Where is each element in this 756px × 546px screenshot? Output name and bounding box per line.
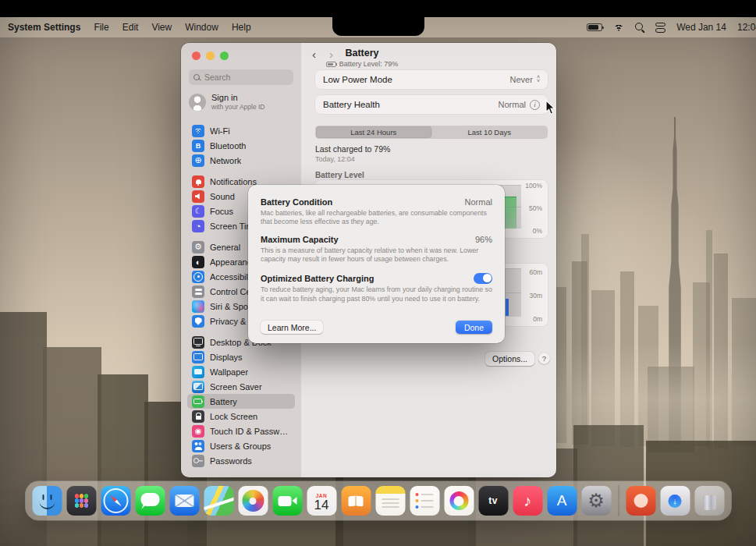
app-store-icon: [547, 486, 577, 516]
dock-item-maps[interactable]: [204, 486, 233, 516]
menu-clock-date[interactable]: Wed Jan 14: [676, 22, 726, 33]
menu-window[interactable]: Window: [185, 22, 218, 33]
screen-saver-icon: [192, 381, 204, 393]
search-input[interactable]: [204, 73, 289, 82]
battery-level-section-header: Battery Level: [315, 171, 364, 179]
low-power-mode-row: Low Power Mode Never ˄˅: [315, 70, 548, 89]
avatar: [189, 94, 206, 111]
menu-app-name[interactable]: System Settings: [8, 22, 80, 33]
dock-item-notes[interactable]: [375, 486, 405, 516]
sidebar-item-label: Wallpaper: [210, 367, 248, 377]
sidebar-item-lock-screen[interactable]: Lock Screen: [187, 409, 295, 424]
battery-condition-section: Battery Condition Normal Mac batteries, …: [261, 197, 492, 226]
dock-item-safari[interactable]: [101, 486, 130, 516]
screen-time-icon: [192, 220, 204, 232]
sidebar-item-network[interactable]: Network: [187, 153, 295, 168]
finder-icon: [32, 486, 62, 516]
sidebar-search-field[interactable]: [189, 69, 293, 85]
last-charged-subtitle: Today, 12:04: [315, 155, 390, 163]
popup-chevrons-icon: ˄˅: [537, 76, 540, 83]
dock-item-trash[interactable]: [694, 486, 724, 516]
bluetooth-icon: [192, 140, 204, 152]
orange-app-icon: [626, 486, 655, 516]
help-button[interactable]: ?: [538, 353, 550, 364]
axis-label: 0%: [533, 227, 542, 235]
accessibility-icon: [192, 271, 204, 283]
sidebar-item-wi-fi[interactable]: Wi-Fi: [187, 123, 295, 138]
system-settings-icon: [581, 486, 611, 516]
maps-icon: [204, 486, 233, 516]
menu-file[interactable]: File: [94, 22, 108, 33]
safari-icon: [101, 486, 130, 516]
wifi-icon: [192, 125, 204, 137]
network-icon: [192, 154, 204, 167]
close-button[interactable]: [192, 51, 201, 60]
sidebar-item-battery[interactable]: Battery: [187, 394, 295, 409]
control-center-icon[interactable]: [655, 23, 665, 33]
dock-item-tv[interactable]: tv: [478, 486, 508, 516]
spotlight-search-icon[interactable]: [635, 23, 644, 32]
apple-id-sign-in[interactable]: Sign in with your Apple ID: [181, 85, 301, 111]
menu-help[interactable]: Help: [232, 22, 251, 33]
optimized-charging-description: To reduce battery aging, your Mac learns…: [261, 285, 492, 303]
segment-last-10-days[interactable]: Last 10 Days: [431, 126, 548, 138]
minimize-button[interactable]: [206, 51, 215, 60]
launchpad-icon: [66, 486, 96, 516]
sidebar-item-users-groups[interactable]: Users & Groups: [187, 438, 295, 453]
sidebar-item-displays[interactable]: Displays: [187, 349, 295, 364]
dock-item-finder[interactable]: [32, 486, 62, 516]
sidebar-item-label: Screen Saver: [210, 382, 262, 392]
books-icon: [341, 486, 371, 516]
dock-item-launchpad[interactable]: [66, 486, 96, 516]
dock-item-books[interactable]: [341, 486, 371, 516]
axis-label: 0m: [533, 315, 542, 323]
notifications-icon: [192, 176, 204, 188]
dock-item-calendar[interactable]: JAN14: [307, 486, 336, 516]
battery-condition-label: Battery Condition: [261, 197, 332, 207]
menu-view[interactable]: View: [151, 22, 172, 33]
dock: JAN14tv: [25, 481, 731, 520]
battery-condition-description: Mac batteries, like all rechargeable bat…: [261, 209, 492, 227]
dock-item-photos[interactable]: [238, 486, 268, 516]
battery-health-label: Battery Health: [323, 100, 380, 109]
options-button[interactable]: Options...: [485, 352, 534, 366]
battery-health-info-button[interactable]: [530, 100, 540, 110]
wifi-status-icon[interactable]: [613, 23, 624, 31]
sidebar-item-passwords[interactable]: Passwords: [187, 453, 295, 468]
dock-item-orange-app[interactable]: [626, 486, 655, 516]
dock-item-messages[interactable]: [135, 486, 165, 516]
dock-item-music[interactable]: [513, 486, 542, 516]
dock-item-mail[interactable]: [169, 486, 199, 516]
low-power-mode-popup[interactable]: Never ˄˅: [510, 75, 540, 84]
maximum-capacity-section: Maximum Capacity 96% This is a measure o…: [261, 235, 492, 264]
dock-item-fitness[interactable]: [444, 486, 474, 516]
search-icon: [193, 74, 201, 81]
dock-item-app-store[interactable]: [547, 486, 577, 516]
dock-item-reminders[interactable]: [410, 486, 439, 516]
battery-status-icon[interactable]: [587, 23, 602, 31]
mail-icon: [169, 486, 199, 516]
dock-item-facetime[interactable]: [272, 486, 302, 516]
sidebar-item-bluetooth[interactable]: Bluetooth: [187, 138, 295, 153]
menu-clock-time[interactable]: 12:04: [737, 22, 756, 33]
sound-icon: [192, 190, 204, 203]
sidebar-item-wallpaper[interactable]: Wallpaper: [187, 364, 295, 379]
dock-item-downloads[interactable]: [660, 486, 690, 516]
last-charged-info: Last charged to 79% Today, 12:04: [315, 144, 390, 163]
done-button[interactable]: Done: [456, 321, 492, 334]
trash-icon: [694, 486, 724, 516]
zoom-button[interactable]: [220, 51, 229, 60]
menu-edit[interactable]: Edit: [122, 22, 139, 33]
sidebar-item-label: Passwords: [210, 456, 252, 466]
sidebar-item-label: Network: [210, 156, 241, 165]
sidebar-item-touch-id-password[interactable]: Touch ID & Password: [187, 424, 295, 438]
segment-last-24-hours[interactable]: Last 24 Hours: [316, 126, 431, 138]
dock-item-system-settings[interactable]: [581, 486, 611, 516]
learn-more-button[interactable]: Learn More...: [261, 321, 323, 334]
sidebar-item-screen-saver[interactable]: Screen Saver: [187, 379, 295, 394]
optimized-charging-label: Optimized Battery Charging: [261, 274, 374, 283]
optimized-charging-toggle[interactable]: [474, 273, 492, 284]
photos-icon: [238, 486, 268, 516]
back-button[interactable]: ‹: [312, 48, 316, 60]
low-power-mode-value: Never: [510, 75, 533, 84]
